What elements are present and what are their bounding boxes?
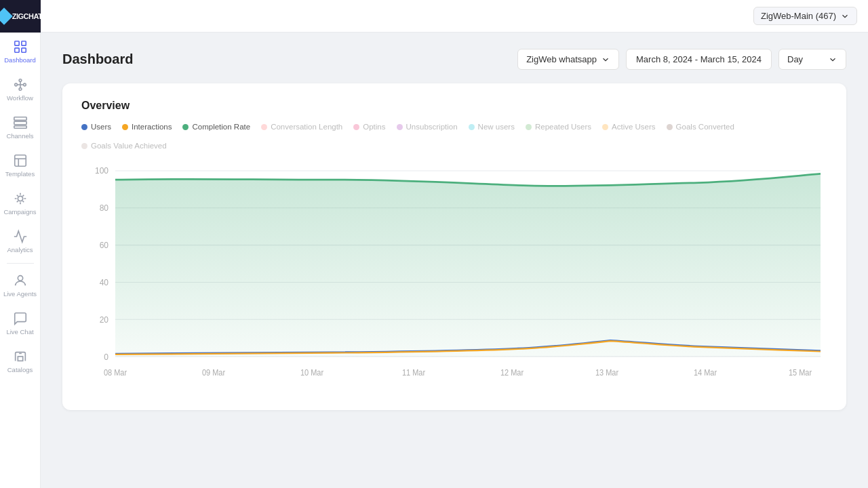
svg-rect-3 [21, 48, 25, 52]
legend-dot-active-users [602, 124, 608, 130]
chevron-down-icon [840, 12, 850, 21]
date-range-display: March 8, 2024 - March 15, 2024 [626, 49, 772, 70]
overview-title: Overview [81, 100, 827, 112]
legend-dot-new-users [469, 124, 475, 130]
legend-item-optins[interactable]: Optins [353, 123, 385, 131]
svg-point-16 [18, 196, 22, 201]
page-title: Dashboard [62, 52, 133, 67]
main-content: ZigWeb-Main (467) Dashboard ZigWeb whats… [41, 0, 868, 488]
svg-text:10 Mar: 10 Mar [300, 368, 323, 377]
sidebar-item-campaigns[interactable]: Campaigns [0, 184, 40, 222]
sidebar-item-label-live-agents: Live Agents [3, 290, 37, 298]
catalogs-icon [13, 349, 28, 364]
legend-dot-repeated-users [526, 124, 532, 130]
legend-item-conversation-length[interactable]: Conversation Length [261, 123, 342, 131]
svg-point-6 [19, 88, 22, 91]
svg-point-5 [19, 79, 22, 82]
legend-item-new-users[interactable]: New users [469, 123, 515, 131]
period-value: Day [787, 54, 803, 64]
chart-container: 100 80 60 40 20 0 [81, 163, 827, 394]
header-controls: ZigWeb whatsapp March 8, 2024 - March 15… [517, 49, 846, 70]
legend-label-optins: Optins [363, 123, 385, 131]
sidebar-item-catalogs[interactable]: Catalogs [0, 342, 40, 380]
svg-text:08 Mar: 08 Mar [104, 368, 127, 377]
svg-text:20: 20 [100, 314, 108, 325]
chevron-down-icon [601, 55, 610, 64]
legend-dot-goals-converted [667, 124, 673, 130]
logo: ZIGCHAT [0, 0, 41, 33]
sidebar-item-analytics[interactable]: Analytics [0, 222, 40, 260]
svg-text:40: 40 [100, 277, 108, 287]
page-area: Dashboard ZigWeb whatsapp March 8, 2024 … [41, 33, 868, 488]
sidebar-item-label-catalogs: Catalogs [7, 366, 33, 373]
workspace-selector[interactable]: ZigWeb-Main (467) [753, 7, 857, 25]
legend-dot-conversation-length [261, 124, 267, 130]
legend-label-new-users: New users [478, 123, 515, 131]
svg-point-7 [23, 83, 26, 86]
legend-label-repeated-users: Repeated Users [535, 123, 591, 131]
svg-text:14 Mar: 14 Mar [694, 368, 717, 377]
svg-rect-11 [14, 121, 26, 125]
legend-dot-completion-rate [182, 124, 189, 130]
sidebar-item-channels[interactable]: Channels [0, 108, 40, 146]
sidebar-item-live-chat[interactable]: Live Chat [0, 304, 40, 342]
sidebar-item-live-agents[interactable]: Live Agents [0, 266, 40, 304]
sidebar-item-label-workflow: Workflow [7, 94, 33, 102]
svg-rect-1 [21, 41, 25, 45]
legend-item-completion-rate[interactable]: Completion Rate [182, 123, 250, 131]
channels-icon [13, 115, 28, 130]
legend-item-goals-converted[interactable]: Goals Converted [667, 123, 734, 131]
grid-icon [13, 39, 28, 54]
sidebar-item-label-live-chat: Live Chat [6, 328, 33, 336]
legend-label-conversation-length: Conversation Length [271, 123, 342, 131]
svg-text:13 Mar: 13 Mar [595, 368, 618, 377]
sidebar-item-workflow[interactable]: Workflow [0, 70, 40, 108]
svg-rect-13 [14, 155, 26, 167]
svg-rect-18 [18, 357, 22, 361]
workflow-icon [13, 77, 28, 92]
sidebar-item-label-channels: Channels [6, 132, 33, 140]
legend-item-active-users[interactable]: Active Users [602, 123, 656, 131]
workspace-name: ZigWeb-Main (467) [761, 11, 836, 21]
sidebar-item-label-dashboard: Dashboard [4, 56, 35, 64]
analytics-icon [13, 229, 28, 244]
overview-card: Overview UsersInteractionsCompletion Rat… [62, 83, 846, 410]
legend-item-interactions[interactable]: Interactions [122, 123, 172, 131]
svg-text:11 Mar: 11 Mar [402, 368, 425, 377]
legend-label-goals-value: Goals Value Achieved [91, 142, 167, 150]
period-selector[interactable]: Day [778, 49, 846, 70]
agents-icon [13, 273, 28, 288]
legend-item-users[interactable]: Users [81, 123, 111, 131]
sidebar: ZIGCHAT Dashboard Workflow Channels [0, 0, 41, 488]
legend-dot-goals-value [81, 143, 87, 149]
logo-text: ZIGCHAT [12, 12, 43, 20]
sidebar-divider [7, 263, 34, 264]
sidebar-item-label-templates: Templates [5, 170, 35, 178]
overview-chart: 100 80 60 40 20 0 [81, 163, 827, 394]
svg-text:12 Mar: 12 Mar [500, 368, 524, 377]
svg-point-4 [14, 83, 17, 86]
svg-text:80: 80 [100, 203, 108, 214]
svg-point-17 [18, 276, 22, 281]
dashboard-header: Dashboard ZigWeb whatsapp March 8, 2024 … [62, 49, 846, 70]
sidebar-item-label-campaigns: Campaigns [3, 208, 36, 216]
sidebar-item-templates[interactable]: Templates [0, 146, 40, 184]
svg-text:100: 100 [95, 166, 108, 176]
svg-rect-10 [14, 117, 26, 121]
svg-rect-12 [14, 126, 26, 129]
legend-item-goals-value[interactable]: Goals Value Achieved [81, 142, 167, 150]
chart-legend: UsersInteractionsCompletion RateConversa… [81, 123, 827, 150]
sidebar-item-label-analytics: Analytics [7, 246, 33, 253]
legend-label-goals-converted: Goals Converted [676, 123, 734, 131]
legend-item-unsubscription[interactable]: Unsubscription [397, 123, 458, 131]
campaigns-icon [13, 191, 28, 206]
legend-dot-interactions [122, 124, 128, 130]
legend-item-repeated-users[interactable]: Repeated Users [526, 123, 591, 131]
legend-dot-optins [353, 124, 359, 130]
channel-name: ZigWeb whatsapp [526, 54, 597, 64]
svg-rect-2 [14, 48, 18, 52]
chevron-down-icon [828, 55, 837, 64]
legend-label-interactions: Interactions [132, 123, 172, 131]
sidebar-item-dashboard[interactable]: Dashboard [0, 33, 40, 70]
channel-selector[interactable]: ZigWeb whatsapp [517, 49, 619, 70]
